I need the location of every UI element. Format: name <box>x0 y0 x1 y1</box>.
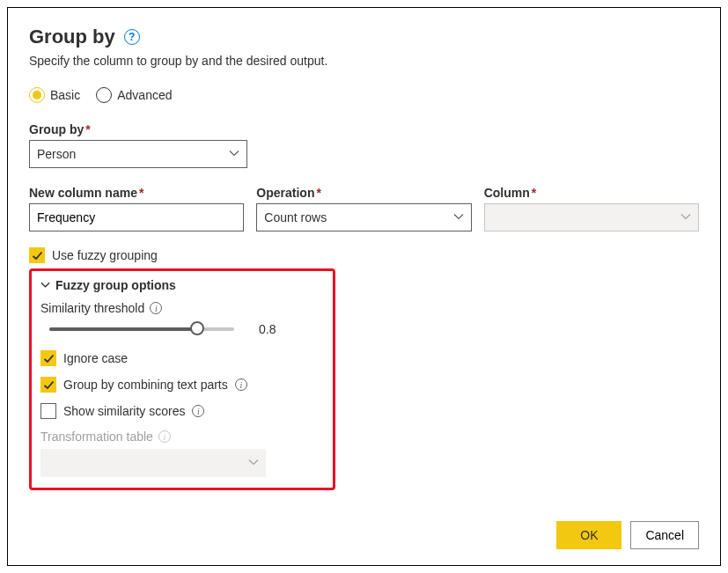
radio-basic-label: Basic <box>50 88 80 102</box>
show-scores-checkbox[interactable] <box>40 403 56 419</box>
radio-basic[interactable]: Basic <box>29 87 80 103</box>
column-label: Column* <box>484 186 699 200</box>
fuzzy-section-toggle[interactable]: Fuzzy group options <box>40 278 324 292</box>
use-fuzzy-checkbox[interactable] <box>29 247 45 263</box>
similarity-slider[interactable] <box>49 327 234 331</box>
show-scores-label: Show similarity scores <box>63 404 185 418</box>
combine-text-label: Group by combining text parts <box>63 378 228 392</box>
similarity-value: 0.8 <box>259 322 276 336</box>
operation-value: Count rows <box>264 210 327 224</box>
similarity-label-row: Similarity threshold i <box>40 301 324 315</box>
new-column-label: New column name* <box>29 186 244 200</box>
transformation-label: Transformation table <box>40 430 153 444</box>
use-fuzzy-checkbox-row: Use fuzzy grouping <box>29 247 699 263</box>
chevron-down-icon <box>229 147 239 161</box>
chevron-down-icon <box>680 210 691 224</box>
slider-thumb[interactable] <box>190 321 204 335</box>
ignore-case-row: Ignore case <box>40 350 324 366</box>
dialog-header: Group by ? <box>29 26 699 48</box>
new-column-field: New column name* <box>29 186 244 231</box>
radio-icon <box>96 87 112 103</box>
info-icon[interactable]: i <box>235 378 247 391</box>
fuzzy-header-label: Fuzzy group options <box>55 278 176 292</box>
dialog-title: Group by <box>29 26 115 48</box>
ok-button[interactable]: OK <box>556 521 621 549</box>
combine-text-row: Group by combining text parts i <box>40 377 324 393</box>
info-icon[interactable]: i <box>192 405 204 417</box>
radio-advanced[interactable]: Advanced <box>96 87 172 103</box>
help-icon[interactable]: ? <box>124 29 140 45</box>
mode-radio-group: Basic Advanced <box>29 87 699 103</box>
transformation-label-row: Transformation table i <box>40 430 324 444</box>
group-by-value: Person <box>37 147 76 161</box>
group-by-dropdown[interactable]: Person <box>29 140 247 168</box>
group-by-field: Group by* Person <box>29 122 247 168</box>
show-scores-row: Show similarity scores i <box>40 403 324 419</box>
cancel-button[interactable]: Cancel <box>630 521 699 549</box>
fuzzy-options-section: Fuzzy group options Similarity threshold… <box>29 268 335 490</box>
use-fuzzy-label: Use fuzzy grouping <box>52 248 158 262</box>
group-by-label: Group by* <box>29 122 247 136</box>
operation-dropdown[interactable]: Count rows <box>256 203 471 231</box>
chevron-down-icon <box>248 456 259 470</box>
combine-text-checkbox[interactable] <box>40 377 56 393</box>
aggregation-row: New column name* Operation* Count rows C… <box>29 186 699 231</box>
radio-icon <box>29 87 45 103</box>
transformation-dropdown <box>40 449 266 477</box>
radio-advanced-label: Advanced <box>117 88 172 102</box>
column-field: Column* <box>484 186 699 231</box>
ignore-case-checkbox[interactable] <box>40 350 56 366</box>
chevron-down-icon <box>40 278 50 292</box>
group-by-dialog: Group by ? Specify the column to group b… <box>7 7 721 566</box>
info-icon: i <box>158 430 171 443</box>
operation-field: Operation* Count rows <box>256 186 471 231</box>
info-icon[interactable]: i <box>150 302 162 314</box>
column-dropdown <box>484 203 699 231</box>
ignore-case-label: Ignore case <box>63 351 128 365</box>
similarity-label: Similarity threshold <box>40 301 144 315</box>
chevron-down-icon <box>453 210 464 224</box>
operation-label: Operation* <box>256 186 471 200</box>
new-column-input[interactable] <box>29 203 244 231</box>
dialog-footer: OK Cancel <box>556 521 699 549</box>
dialog-subtitle: Specify the column to group by and the d… <box>29 54 699 68</box>
similarity-slider-row: 0.8 <box>40 322 324 336</box>
